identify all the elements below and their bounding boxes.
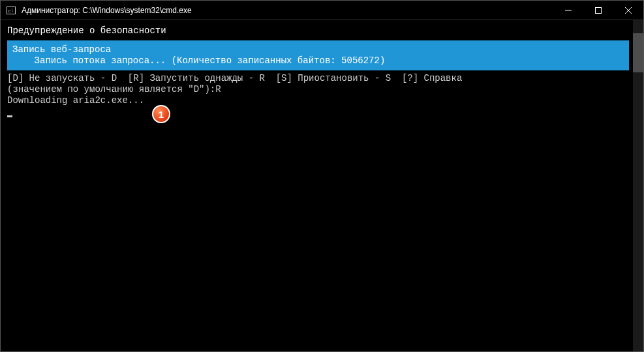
options-line: [D] Не запускать - D [R] Запустить однаж… <box>7 73 638 84</box>
maximize-button[interactable] <box>583 1 613 20</box>
titlebar[interactable]: c:\ Администратор: C:\Windows\system32\c… <box>1 1 643 20</box>
terminal-content[interactable]: Предупреждение о безопасности Запись веб… <box>1 20 643 351</box>
progress-block: Запись веб-запроса Запись потока запроса… <box>7 40 629 70</box>
minimize-button[interactable] <box>553 1 583 20</box>
scrollbar-track[interactable] <box>633 20 643 351</box>
downloading-line: Downloading aria2c.exe... <box>7 95 638 106</box>
default-prompt-line: (значением по умолчанию является "D"):R <box>7 84 638 95</box>
cmd-window: c:\ Администратор: C:\Windows\system32\c… <box>0 0 644 352</box>
window-title: Администратор: C:\Windows\system32\cmd.e… <box>22 6 553 15</box>
scrollbar-thumb[interactable] <box>633 33 643 72</box>
cmd-icon: c:\ <box>6 5 16 16</box>
window-controls <box>553 1 643 20</box>
svg-text:c:\: c:\ <box>8 8 14 14</box>
cursor <box>7 106 638 117</box>
svg-rect-3 <box>596 7 602 13</box>
security-warning-line: Предупреждение о безопасности <box>7 25 638 37</box>
progress-line-2: Запись потока запроса... (Количество зап… <box>12 55 385 66</box>
close-button[interactable] <box>613 1 643 20</box>
callout-number: 1 <box>159 109 164 120</box>
progress-line-1: Запись веб-запроса <box>12 44 111 55</box>
callout-badge-1: 1 <box>152 105 170 123</box>
